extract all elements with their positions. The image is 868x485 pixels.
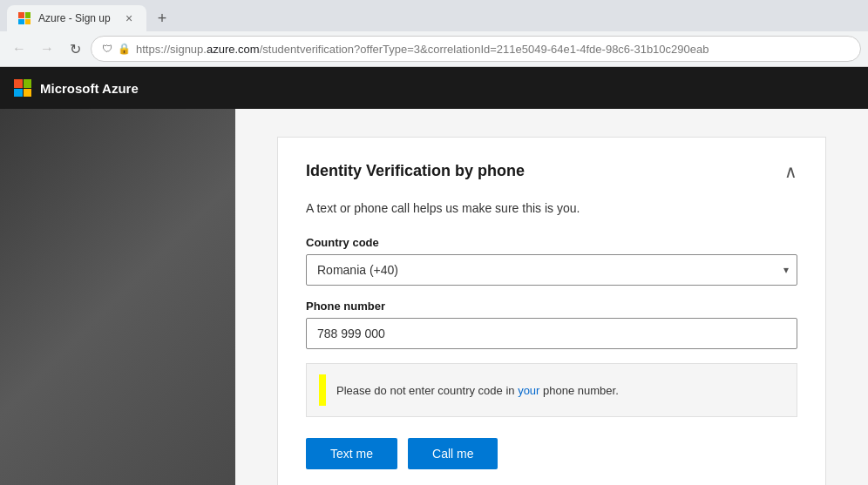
- tab-close-button[interactable]: ×: [122, 11, 136, 25]
- address-bar[interactable]: 🛡 🔒 https://signup.azure.com/studentveri…: [91, 36, 861, 62]
- country-code-group: Country code Romania (+40) United States…: [306, 236, 797, 286]
- nav-bar: ← → ↻ 🛡 🔒 https://signup.azure.com/stude…: [0, 31, 868, 66]
- warning-box: Please do not enter country code in your…: [306, 363, 797, 417]
- warning-text-start: Please do not enter country code in: [336, 384, 518, 397]
- forward-button[interactable]: →: [35, 37, 59, 61]
- collapse-button[interactable]: ∧: [784, 163, 797, 180]
- azure-title: Microsoft Azure: [40, 81, 139, 96]
- country-code-select[interactable]: Romania (+40) United States (+1) United …: [306, 254, 797, 286]
- page-content: Identity Verification by phone ∧ A text …: [0, 109, 868, 485]
- logo-blue: [14, 89, 23, 98]
- tab-bar: Azure - Sign up × +: [0, 0, 868, 31]
- microsoft-logo: [14, 79, 31, 97]
- azure-header: Microsoft Azure: [0, 67, 868, 109]
- url-display: https://signup.azure.com/studentverifica…: [136, 43, 709, 56]
- card-header: Identity Verification by phone ∧: [306, 162, 797, 180]
- left-panel: [0, 109, 235, 485]
- logo-yellow: [24, 89, 32, 98]
- url-path: /studentverification?offerType=3&correla…: [260, 43, 709, 56]
- verification-card: Identity Verification by phone ∧ A text …: [277, 137, 826, 485]
- button-row: Text me Call me: [306, 438, 797, 469]
- logo-red: [14, 79, 23, 88]
- new-tab-button[interactable]: +: [150, 6, 174, 30]
- tab-favicon: [17, 11, 31, 25]
- card-title: Identity Verification by phone: [306, 162, 525, 180]
- country-code-select-wrapper: Romania (+40) United States (+1) United …: [306, 254, 797, 286]
- refresh-button[interactable]: ↻: [63, 37, 87, 61]
- warning-text: Please do not enter country code in your…: [336, 384, 619, 397]
- card-description: A text or phone call helps us make sure …: [306, 201, 797, 215]
- text-me-button[interactable]: Text me: [306, 438, 397, 469]
- country-code-label: Country code: [306, 236, 797, 249]
- browser-chrome: Azure - Sign up × + ← → ↻ 🛡 🔒 https://si…: [0, 0, 868, 67]
- warning-text-end: phone number.: [539, 384, 618, 397]
- warning-highlight: your: [518, 384, 539, 397]
- logo-green: [24, 79, 32, 88]
- active-tab[interactable]: Azure - Sign up ×: [7, 5, 146, 31]
- call-me-button[interactable]: Call me: [408, 438, 498, 469]
- back-button[interactable]: ←: [7, 37, 31, 61]
- main-panel: Identity Verification by phone ∧ A text …: [235, 109, 868, 485]
- shield-icon: 🛡: [102, 43, 112, 55]
- phone-number-input[interactable]: [306, 318, 797, 349]
- phone-number-label: Phone number: [306, 300, 797, 313]
- url-prefix: https://signup.: [136, 43, 207, 56]
- phone-number-group: Phone number: [306, 300, 797, 349]
- warning-indicator: [319, 374, 326, 406]
- tab-label: Azure - Sign up: [38, 12, 115, 24]
- url-domain: azure.com: [207, 43, 260, 56]
- lock-icon: 🔒: [118, 43, 131, 55]
